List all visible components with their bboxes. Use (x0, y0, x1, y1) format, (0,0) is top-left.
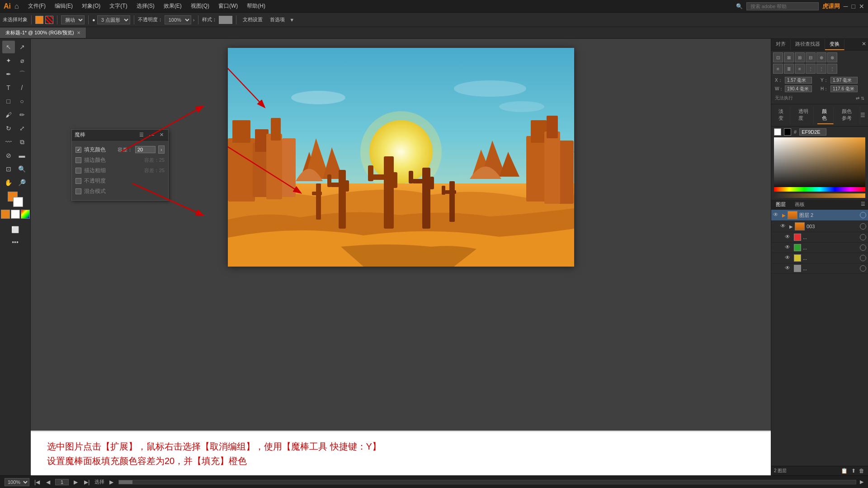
opacity-bar[interactable] (774, 193, 865, 198)
color-mode-color[interactable] (1, 210, 10, 219)
lasso-tool-btn[interactable]: ⌀ (16, 54, 28, 67)
zoom-select[interactable]: 100% (5, 478, 29, 486)
layer-circle-1[interactable] (860, 223, 866, 230)
eye-icon-3[interactable]: 👁 (785, 244, 792, 251)
new-layer-btn[interactable]: 📋 (841, 468, 848, 474)
slice-tool-btn[interactable]: ⊡ (2, 163, 15, 175)
delete-layer-btn[interactable]: 🗑 (859, 468, 864, 474)
black-swatch[interactable] (784, 128, 791, 136)
y-input[interactable] (830, 77, 858, 84)
align-top-btn[interactable]: ⊟ (806, 52, 816, 62)
tolerance-input[interactable] (135, 146, 156, 153)
text-tool-btn[interactable]: T (2, 81, 15, 94)
color-mode-white[interactable] (11, 210, 20, 219)
search-input[interactable] (746, 2, 819, 10)
artwork-canvas[interactable] (228, 48, 574, 267)
layer-row-4[interactable]: 👁 ... (771, 253, 868, 263)
eye-icon-1[interactable]: 👁 (780, 223, 788, 230)
point-type-select[interactable]: 3 点圆形 (97, 15, 130, 24)
zoom-tool-btn[interactable]: 🔍 (16, 163, 28, 175)
line-tool-btn[interactable]: / (16, 81, 28, 94)
tolerance-arrow-btn[interactable]: › (158, 145, 165, 154)
selection-tool-btn[interactable]: ↖ (2, 41, 15, 53)
distribute-bottom-btn[interactable]: ⋮ (827, 64, 837, 74)
doc-settings-btn[interactable]: 文档设置 (240, 15, 265, 24)
scroll-right-btn[interactable]: ▶ (860, 479, 863, 485)
layers-tab[interactable]: 图层 (771, 200, 790, 209)
align-left-btn[interactable]: ⊡ (773, 52, 783, 62)
distribute-center-h-btn[interactable]: ≣ (784, 64, 794, 74)
menu-help[interactable]: 帮助(H) (243, 1, 269, 11)
fill-color-checkbox[interactable] (75, 147, 81, 153)
canvas-container[interactable]: 魔棒 ☰ — ✕ 填充颜色 容差： › (31, 39, 771, 431)
menu-edit[interactable]: 编辑(E) (51, 1, 76, 11)
move-to-btn[interactable]: ⬆ (851, 468, 856, 474)
magic-wand-tool-btn[interactable]: ✦ (2, 54, 15, 67)
rect-tool-btn[interactable]: □ (2, 95, 15, 108)
eye-icon-4[interactable]: 👁 (785, 254, 792, 262)
eye-icon-2[interactable]: 👁 (785, 234, 792, 241)
layer-circle-2[interactable] (860, 234, 866, 240)
direct-selection-tool-btn[interactable]: ↗ (16, 41, 28, 53)
expand-icon-0[interactable]: ▶ (782, 213, 786, 218)
menu-view[interactable]: 视图(Q) (187, 1, 213, 11)
hand-tool-btn[interactable]: ✋ (2, 176, 15, 189)
layer-row-0[interactable]: 👁 ▶ 图层 2 (771, 210, 868, 221)
stroke-color-checkbox[interactable] (75, 157, 81, 163)
eye-icon-5[interactable]: 👁 (785, 265, 792, 272)
pathfinder-tab[interactable]: 路径查找器 (791, 39, 825, 50)
blend-mode-checkbox[interactable] (75, 188, 81, 194)
scale-tool-btn[interactable]: ⤢ (16, 122, 28, 135)
rotate-tool-btn[interactable]: ↻ (2, 122, 15, 135)
layer-circle-4[interactable] (860, 255, 866, 261)
align-right-btn[interactable]: ⊞ (795, 52, 805, 62)
stroke-color-swatch[interactable] (45, 16, 53, 24)
menu-file[interactable]: 文件(F) (24, 1, 49, 11)
window-maximize-icon[interactable]: □ (852, 3, 855, 10)
opacity-select[interactable]: 100% (165, 15, 191, 24)
layer-circle-0[interactable] (860, 212, 866, 218)
warp-tool-btn[interactable]: 〰 (2, 136, 15, 148)
stroke-weight-checkbox[interactable] (75, 168, 81, 174)
panel-close-btn[interactable]: ✕ (860, 39, 868, 50)
blend-mode-select[interactable]: 捆动 (61, 15, 85, 24)
more-tools-btn[interactable]: ••• (9, 236, 22, 249)
x-input[interactable] (785, 77, 812, 84)
distribute-center-v-btn[interactable]: ⋮ (816, 64, 826, 74)
artboard-tool-btn[interactable]: ⬜ (9, 223, 22, 236)
distribute-top-btn[interactable]: ⋮ (806, 64, 816, 74)
hex-input[interactable]: EF9D2E (799, 128, 826, 136)
panel-close-btn[interactable]: ✕ (158, 131, 165, 138)
menu-select[interactable]: 选择(S) (133, 1, 158, 11)
layer-row-1[interactable]: 👁 ▶ 003 (771, 221, 868, 232)
white-swatch[interactable] (774, 128, 781, 136)
align-center-h-btn[interactable]: ⊠ (784, 52, 794, 62)
layer-row-5[interactable]: 👁 ... (771, 263, 868, 274)
opacity-checkbox[interactable] (75, 178, 81, 184)
preferences-arrow-icon[interactable]: ▼ (289, 17, 294, 23)
preferences-btn[interactable]: 首选项 (267, 15, 288, 24)
menu-object[interactable]: 对象(O) (78, 1, 104, 11)
page-last-btn[interactable]: ▶| (83, 479, 91, 486)
align-bottom-btn[interactable]: ⊗ (827, 52, 837, 62)
play-btn[interactable]: ▶ (108, 479, 115, 486)
curvature-tool-btn[interactable]: ⌒ (16, 68, 28, 80)
style-swatch[interactable] (219, 16, 232, 24)
ellipse-tool-btn[interactable]: ○ (16, 95, 28, 108)
bar-chart-tool-btn[interactable]: ▬ (16, 149, 28, 162)
eye-icon-0[interactable]: 👁 (773, 211, 780, 219)
window-minimize-icon[interactable]: ─ (844, 3, 848, 10)
page-input[interactable] (55, 479, 69, 485)
color-ref-tab[interactable]: 颜色参考 (837, 106, 860, 124)
color-mode-gradient[interactable] (21, 210, 30, 219)
tab-close-0[interactable]: ✕ (77, 30, 80, 35)
color-tab[interactable]: 颜色 (817, 106, 834, 124)
eyedropper-tool-btn[interactable]: ⊘ (2, 149, 15, 162)
page-first-btn[interactable]: |◀ (33, 479, 41, 486)
tint-tab[interactable]: 淡变 (774, 106, 790, 124)
menu-text[interactable]: 文字(T) (106, 1, 131, 11)
layer-row-2[interactable]: 👁 ... (771, 232, 868, 243)
pencil-tool-btn[interactable]: ✏ (16, 108, 28, 121)
panel-menu-btn[interactable]: ☰ (137, 131, 146, 138)
home-icon[interactable]: ⌂ (14, 2, 19, 10)
